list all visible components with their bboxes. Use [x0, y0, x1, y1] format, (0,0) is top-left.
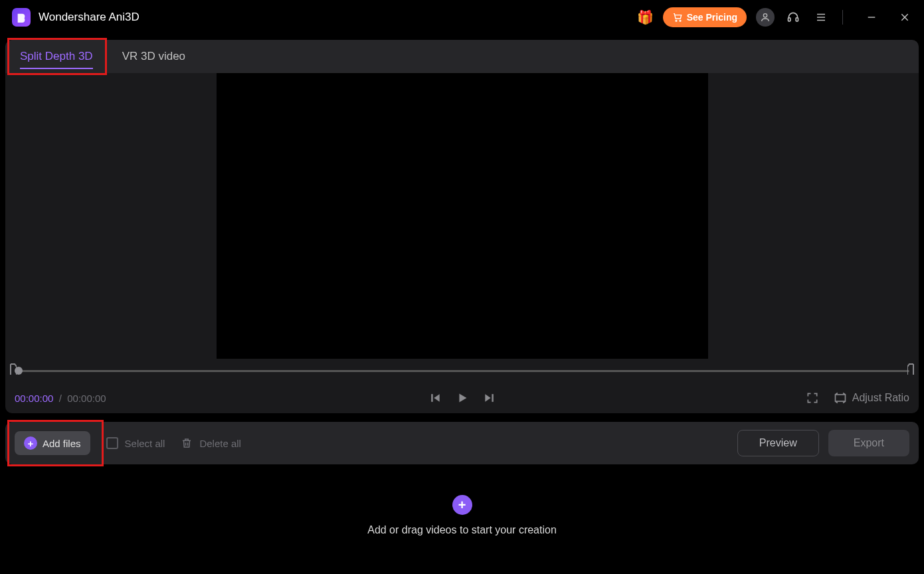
mode-tabs: Split Depth 3D VR 3D video [5, 40, 919, 73]
drop-zone-plus-icon[interactable]: + [452, 495, 472, 515]
svg-point-2 [763, 14, 767, 17]
seek-track[interactable] [15, 370, 909, 372]
svg-point-1 [680, 20, 681, 21]
hamburger-menu-icon[interactable] [812, 8, 830, 27]
see-pricing-label: See Pricing [687, 12, 737, 23]
seek-playhead[interactable] [15, 367, 23, 375]
player-controls: 00:00:00 / 00:00:00 Adjust Ratio [5, 383, 919, 413]
timecode-display: 00:00:00 / 00:00:00 [15, 393, 106, 404]
add-files-label: Add files [43, 438, 81, 449]
tab-vr-3d-video[interactable]: VR 3D video [108, 40, 200, 73]
svg-rect-13 [835, 395, 845, 401]
select-all-checkbox[interactable]: Select all [106, 437, 165, 449]
checkbox-icon [106, 437, 118, 449]
export-button[interactable]: Export [828, 430, 909, 456]
trim-handle-right-icon[interactable] [907, 363, 914, 378]
add-files-button[interactable]: + Add files [15, 431, 90, 455]
video-viewport [5, 73, 919, 359]
gift-icon[interactable]: 🎁 [637, 9, 654, 25]
account-icon[interactable] [756, 8, 775, 27]
tab-label: Split Depth 3D [20, 50, 93, 63]
trash-icon [181, 437, 193, 449]
preview-panel: 00:00:00 / 00:00:00 Adjust Ratio [5, 73, 919, 413]
file-toolbar: + Add files Select all Delete all Previe… [5, 422, 919, 464]
see-pricing-button[interactable]: See Pricing [663, 7, 747, 27]
svg-point-0 [676, 20, 677, 21]
window-minimize-button[interactable] [864, 10, 879, 25]
adjust-ratio-label: Adjust Ratio [852, 392, 909, 404]
titlebar-divider [842, 10, 843, 25]
svg-rect-4 [796, 18, 798, 21]
view-controls: Adjust Ratio [806, 391, 909, 405]
play-button[interactable] [455, 391, 470, 405]
svg-rect-3 [788, 18, 790, 21]
window-close-button[interactable] [897, 10, 912, 25]
fullscreen-button[interactable] [806, 391, 819, 405]
tab-label: VR 3D video [122, 50, 185, 63]
cart-icon [672, 12, 683, 23]
app-title: Wondershare Ani3D [39, 11, 139, 24]
adjust-ratio-button[interactable]: Adjust Ratio [834, 391, 909, 405]
next-frame-button[interactable] [483, 391, 496, 405]
titlebar-actions: 🎁 See Pricing [637, 7, 912, 27]
seek-bar-row [5, 359, 919, 383]
app-logo-icon [12, 8, 31, 27]
tab-split-depth-3d[interactable]: Split Depth 3D [5, 40, 108, 73]
time-separator: / [59, 393, 62, 404]
preview-button[interactable]: Preview [737, 430, 819, 456]
total-time: 00:00:00 [67, 393, 106, 404]
playback-controls [428, 391, 496, 405]
titlebar: Wondershare Ani3D 🎁 See Pricing [0, 0, 924, 35]
drop-zone[interactable]: + Add or drag videos to start your creat… [5, 472, 919, 559]
adjust-ratio-icon [834, 391, 847, 405]
previous-frame-button[interactable] [428, 391, 442, 405]
support-headset-icon[interactable] [784, 8, 802, 27]
current-time: 00:00:00 [15, 393, 53, 404]
delete-all-label: Delete all [199, 438, 241, 449]
svg-rect-11 [431, 394, 433, 402]
drop-zone-hint: Add or drag videos to start your creatio… [367, 524, 557, 536]
plus-circle-icon: + [24, 436, 37, 450]
delete-all-button[interactable]: Delete all [181, 437, 241, 449]
video-canvas [217, 73, 708, 359]
svg-rect-12 [492, 394, 494, 402]
select-all-label: Select all [125, 438, 165, 449]
